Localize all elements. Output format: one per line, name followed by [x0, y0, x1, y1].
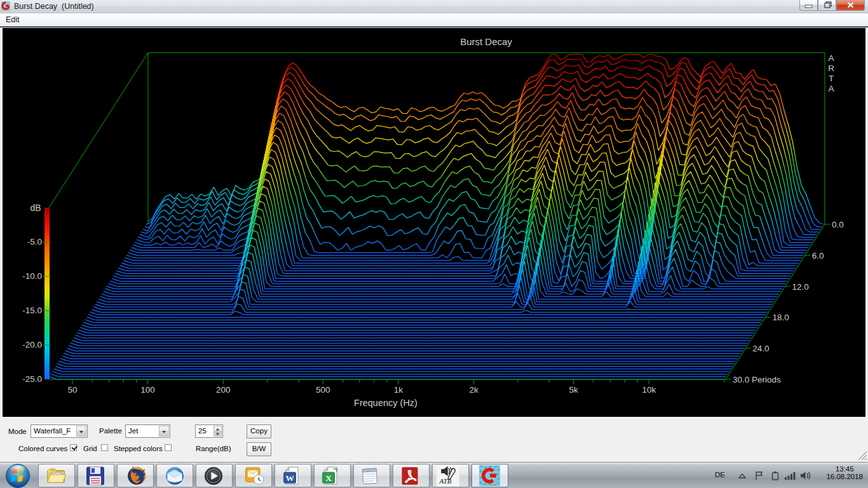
svg-text:-10.0: -10.0 [22, 271, 42, 281]
svg-text:X: X [325, 473, 332, 483]
svg-text:50: 50 [67, 385, 77, 395]
svg-text:Frequency (Hz): Frequency (Hz) [354, 398, 417, 408]
svg-text:T: T [829, 74, 834, 83]
svg-text:Burst Decay: Burst Decay [460, 36, 512, 47]
svg-text:10k: 10k [642, 385, 656, 395]
svg-text:-20.0: -20.0 [22, 340, 42, 349]
svg-text:12.0: 12.0 [792, 282, 809, 292]
svg-text:2k: 2k [469, 385, 478, 395]
svg-text:30.0 Periods: 30.0 Periods [733, 375, 781, 384]
svg-text:A: A [828, 53, 834, 63]
svg-text:-15.0: -15.0 [22, 306, 42, 315]
svg-text:R: R [828, 64, 834, 73]
svg-text:200: 200 [216, 385, 231, 395]
svg-text:100: 100 [140, 385, 155, 395]
svg-text:A: A [828, 84, 834, 93]
svg-text:24.0: 24.0 [752, 344, 769, 353]
svg-text:-5.0: -5.0 [27, 237, 42, 247]
svg-text:6.0: 6.0 [812, 251, 824, 261]
svg-text:ATB: ATB [438, 477, 451, 485]
svg-text:dB: dB [30, 203, 41, 213]
svg-text:0.0: 0.0 [832, 220, 844, 229]
svg-text:500: 500 [316, 385, 330, 395]
svg-text:1k: 1k [394, 385, 403, 395]
svg-text:W: W [285, 473, 294, 483]
svg-text:5k: 5k [569, 385, 578, 395]
svg-text:18.0: 18.0 [772, 313, 789, 322]
svg-text:-25.0: -25.0 [22, 374, 42, 384]
